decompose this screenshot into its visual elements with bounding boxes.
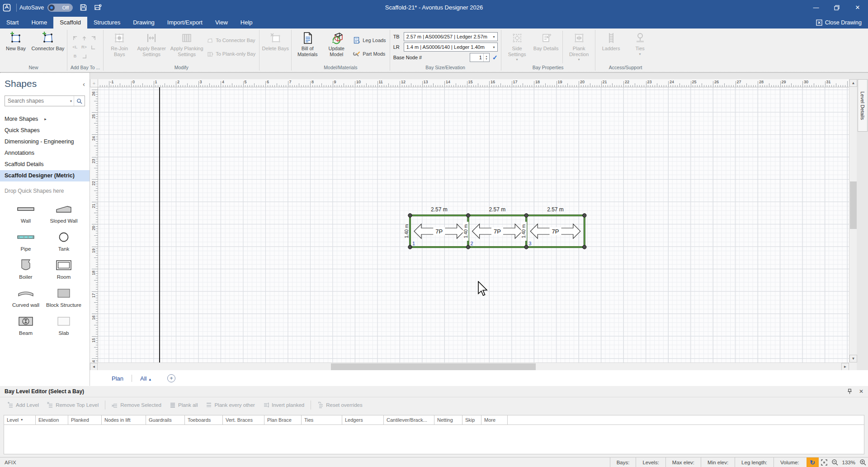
tab-home[interactable]: Home [25, 17, 53, 29]
scroll-right-icon[interactable]: ► [841, 363, 849, 371]
search-input[interactable] [5, 98, 68, 104]
column-header-vert-braces[interactable]: Vert. Braces [223, 415, 264, 424]
category-annotations[interactable]: Annotations [0, 148, 90, 159]
tab-start[interactable]: Start [0, 17, 25, 29]
shape-tank[interactable]: Tank [45, 230, 83, 252]
add-bay-bottom-left-icon[interactable] [89, 43, 98, 52]
column-header-cantilever[interactable]: Cantilever/Brack... [384, 415, 434, 424]
category-scaffold-details[interactable]: Scaffold Details [0, 159, 90, 170]
bill-of-materials-button[interactable]: Bill of Materials [293, 29, 322, 65]
chevron-down-icon[interactable]: ▾ [68, 99, 74, 103]
tab-import-export[interactable]: Import/Export [161, 17, 209, 29]
add-bay-right-icon[interactable]: R> [80, 43, 89, 52]
add-bay-top-icon[interactable] [80, 33, 89, 43]
shape-boiler[interactable]: Boiler [7, 258, 45, 280]
search-shapes-box[interactable]: ▾ [5, 95, 85, 106]
tab-help[interactable]: Help [234, 17, 259, 29]
category-scaffold-designer-metric[interactable]: Scaffold Designer (Metric) [0, 170, 90, 181]
update-model-button[interactable]: Update Model [322, 29, 351, 65]
search-icon[interactable] [74, 96, 85, 106]
plank-direction-button[interactable]: Plank Direction ▾ [565, 29, 594, 65]
add-bay-top-right-icon[interactable] [89, 33, 98, 43]
column-header-more[interactable]: More [481, 415, 508, 424]
bay-details-button[interactable]: Bay Details [532, 29, 561, 65]
plank-all-button[interactable]: Plank all [166, 400, 201, 410]
category-dimensioning[interactable]: Dimensioning - Engineering [0, 136, 90, 148]
invert-planked-button[interactable]: Invert planked [259, 400, 308, 410]
scroll-up-icon[interactable]: ▲ [849, 79, 857, 87]
base-node-stepper[interactable]: 1 ▴▾ [470, 53, 490, 62]
shape-curved-wall[interactable]: Curved wall [7, 286, 45, 308]
shape-pipe[interactable]: Pipe [7, 230, 45, 252]
zoom-level[interactable]: 133% [840, 460, 857, 465]
zoom-in-icon[interactable] [857, 457, 868, 467]
add-bay-bottom-icon[interactable]: B [71, 52, 80, 61]
column-header-netting[interactable]: Netting [434, 415, 462, 424]
tb-ledger-select[interactable]: 2.57 m | AS0006/257 | Ledger 2.57m ▾ [404, 32, 498, 41]
leg-loads-button[interactable]: Leg Loads [351, 35, 388, 46]
tab-drawing[interactable]: Drawing [127, 17, 161, 29]
drawing-canvas[interactable]: 7P2.57 m7P2.57 m7P2.57 m1.40 m1.40 m1.40… [98, 87, 849, 362]
autosave-toggle[interactable]: Off [47, 4, 73, 12]
column-header-level[interactable]: Level▾ [4, 415, 36, 424]
apply-check-icon[interactable]: ✓ [492, 54, 498, 61]
page-tab-plan[interactable]: Plan [104, 375, 132, 382]
close-button[interactable]: ✕ [847, 0, 868, 15]
connector-bay-button[interactable]: Connector Bay [30, 29, 66, 65]
reset-overrides-button[interactable]: Reset overrides [314, 400, 366, 410]
restore-button[interactable] [826, 0, 847, 15]
lr-ledger-select[interactable]: 1.4 m | AS0006/140 | Ledger 1.40m ▾ [404, 43, 498, 52]
add-bay-left-icon[interactable]: <L [71, 43, 80, 52]
category-quick-shapes[interactable]: Quick Shapes [0, 125, 90, 136]
to-plank-only-bay-button[interactable]: To Plank-only Bay [204, 48, 258, 59]
remove-selected-button[interactable]: Remove Selected [108, 400, 165, 410]
add-bay-top-left-icon[interactable] [71, 33, 80, 43]
refresh-stats-button[interactable]: ↻ [807, 457, 819, 467]
close-panel-icon[interactable]: ✕ [859, 388, 863, 395]
add-bay-bottom-right-icon[interactable] [80, 52, 89, 61]
save-as-icon[interactable] [93, 3, 103, 13]
shape-sloped-wall[interactable]: Sloped Wall [45, 202, 83, 224]
pin-icon[interactable] [847, 388, 853, 395]
zoom-out-icon[interactable] [830, 457, 840, 467]
column-header-planked[interactable]: Planked [68, 415, 102, 424]
tab-view[interactable]: View [209, 17, 234, 29]
side-settings-button[interactable]: Side Settings ▾ [503, 29, 532, 65]
plank-every-other-button[interactable]: Plank every other [202, 400, 259, 410]
column-header-ties[interactable]: Ties [302, 415, 342, 424]
scroll-down-icon[interactable]: ▼ [849, 355, 857, 362]
vertical-ruler[interactable]: 26252423222120191817161514 [90, 87, 98, 362]
level-table-body[interactable] [4, 425, 864, 454]
column-header-nodes-in-lift[interactable]: Nodes in lift [102, 415, 146, 424]
new-bay-button[interactable]: New Bay [1, 29, 30, 65]
level-details-tab[interactable]: Level Details [858, 79, 868, 132]
shape-block-structure[interactable]: Block Structure [45, 286, 83, 308]
rejoin-bays-button[interactable]: Re-Join Bays [105, 29, 134, 65]
save-icon[interactable] [78, 3, 88, 13]
apply-planking-settings-button[interactable]: Apply Planking Settings [169, 29, 204, 65]
scaffold-run-shape[interactable]: 7P2.57 m7P2.57 m7P2.57 m1.40 m1.40 m1.40… [405, 204, 590, 254]
shape-room[interactable]: Room [45, 258, 83, 280]
apply-bearer-settings-button[interactable]: Apply Bearer Settings [134, 29, 169, 65]
delete-bays-button[interactable]: Delete Bays [261, 29, 290, 65]
page-tab-all[interactable]: All▴ [132, 375, 159, 382]
category-more-shapes[interactable]: More Shapes▸ [0, 114, 90, 125]
add-page-button[interactable]: + [167, 374, 175, 382]
part-mods-button[interactable]: Part Mods [351, 48, 388, 59]
tab-scaffold[interactable]: Scaffold [53, 17, 87, 29]
vertical-scrollbar[interactable]: ▲ ▼ [849, 79, 857, 362]
stepper-arrows[interactable]: ▴▾ [483, 53, 489, 62]
shape-wall[interactable]: Wall [7, 202, 45, 224]
minimize-button[interactable]: — [806, 0, 826, 15]
horizontal-ruler[interactable]: -101234567891011121314151617181920212223… [98, 79, 849, 87]
shape-slab[interactable]: Slab [45, 315, 83, 336]
remove-top-level-button[interactable]: Remove Top Level [43, 400, 102, 410]
add-level-button[interactable]: Add Level [4, 400, 42, 410]
column-header-toeboards[interactable]: Toeboards [185, 415, 223, 424]
ties-button[interactable]: Ties ▾ [626, 29, 655, 65]
fit-page-icon[interactable] [819, 457, 830, 467]
column-header-elevation[interactable]: Elevation [36, 415, 68, 424]
tab-structures[interactable]: Structures [87, 17, 127, 29]
app-logo-icon[interactable] [0, 0, 14, 15]
horizontal-scrollbar-thumb[interactable] [331, 363, 536, 370]
